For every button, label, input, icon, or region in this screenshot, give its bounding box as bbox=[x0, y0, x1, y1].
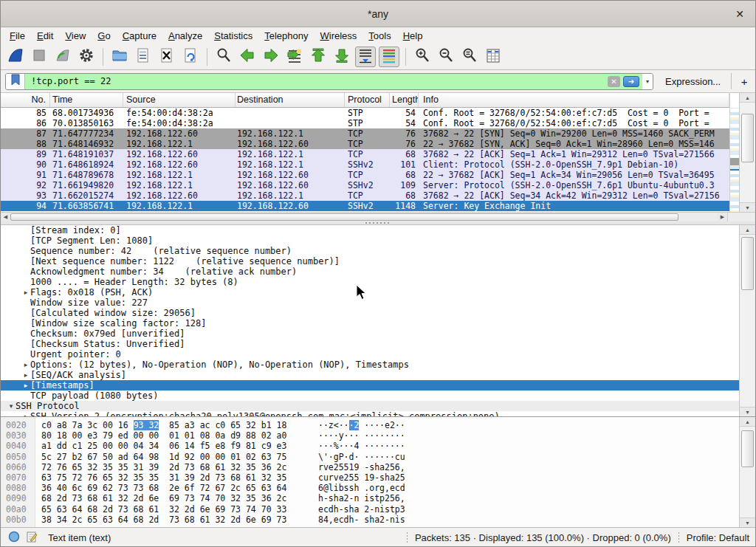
packet-row[interactable]: 8568.001734936fe:54:00:d4:38:2aSTP54Conf… bbox=[1, 108, 729, 118]
detail-row[interactable]: ▸Flags: 0x018 (PSH, ACK) bbox=[1, 287, 739, 297]
detail-row[interactable]: ▸[Timestamps] bbox=[1, 380, 739, 391]
go-forward-button[interactable] bbox=[261, 47, 281, 67]
filter-text[interactable]: !tcp.port == 22 bbox=[31, 76, 605, 86]
hex-row[interactable]: 008036 40 6c 69 62 73 73 68 2e 6f 72 67 … bbox=[1, 483, 739, 493]
detail-row[interactable]: [Window size scaling factor: 128] bbox=[1, 318, 739, 328]
column-header-source[interactable]: Source bbox=[123, 93, 236, 107]
packet-row[interactable]: 8871.648146932192.168.122.1192.168.122.6… bbox=[1, 139, 729, 149]
hscroll-thumb[interactable] bbox=[10, 213, 678, 221]
filter-clear-button[interactable]: ✕ bbox=[608, 76, 620, 87]
close-window-button[interactable]: ✕ bbox=[733, 7, 746, 21]
expression-button[interactable]: Expression... bbox=[665, 76, 721, 87]
detail-row[interactable]: 1000 .... = Header Length: 32 bytes (8) bbox=[1, 277, 739, 287]
hex-ascii[interactable]: ··z<···2 ····e2·· bbox=[318, 420, 405, 430]
go-to-packet-button[interactable] bbox=[284, 47, 305, 67]
column-header-info[interactable]: Info bbox=[419, 93, 729, 107]
scroll-down-arrow[interactable]: ▼ bbox=[740, 517, 755, 527]
hex-ascii[interactable]: 84,ecdh- sha2-nis bbox=[318, 515, 405, 525]
restart-capture-button[interactable] bbox=[52, 47, 73, 67]
close-file-button[interactable] bbox=[157, 47, 177, 67]
hex-row[interactable]: 0020c0 a8 7a 3c 00 16 93 32 85 a3 ac c0 … bbox=[1, 420, 739, 430]
add-filter-button[interactable]: + bbox=[738, 75, 751, 88]
open-file-button[interactable] bbox=[109, 47, 130, 67]
column-header-length[interactable]: Length bbox=[390, 93, 419, 107]
packet-row[interactable]: 8670.013850163fe:54:00:d4:38:2aSTP54Conf… bbox=[1, 118, 729, 128]
hex-row[interactable]: 009068 2d 73 68 61 32 2d 6e 69 73 74 70 … bbox=[1, 493, 739, 503]
hex-ascii[interactable]: rve25519 -sha256, bbox=[318, 462, 405, 472]
scroll-up-arrow[interactable]: ▲ bbox=[740, 417, 755, 427]
detail-row[interactable]: [TCP Segment Len: 1080] bbox=[1, 235, 739, 246]
hex-bytes[interactable]: 80 18 00 e3 79 ed 00 00 01 01 08 0a d9 8… bbox=[41, 430, 286, 441]
hex-ascii[interactable]: ···%···4 ········ bbox=[318, 441, 405, 451]
hex-row[interactable]: 007063 75 72 76 65 32 35 35 31 39 2d 73 … bbox=[1, 472, 739, 483]
filter-dropdown-chevron[interactable]: ▾ bbox=[642, 74, 653, 89]
expander-icon[interactable]: ▸ bbox=[21, 361, 30, 368]
filter-bookmark-button[interactable] bbox=[6, 74, 25, 89]
detail-row[interactable]: ▸Options: (12 bytes), No-Operation (NOP)… bbox=[1, 359, 739, 370]
scroll-thumb[interactable] bbox=[741, 430, 754, 467]
hex-bytes[interactable]: 72 76 65 32 35 35 31 39 2d 73 68 61 32 3… bbox=[41, 462, 286, 472]
packet-row[interactable]: 9371.662015274192.168.122.60192.168.122.… bbox=[1, 190, 729, 201]
go-back-button[interactable] bbox=[237, 47, 258, 67]
hex-ascii[interactable]: curve255 19-sha25 bbox=[318, 472, 405, 483]
menu-item-tools[interactable]: Tools bbox=[362, 29, 396, 43]
reload-file-button[interactable] bbox=[180, 47, 201, 67]
scroll-thumb[interactable] bbox=[741, 114, 754, 162]
scroll-down-arrow[interactable]: ▼ bbox=[740, 407, 755, 416]
packet-row[interactable]: 8971.648191037192.168.122.60192.168.122.… bbox=[1, 149, 729, 159]
hex-ascii[interactable]: ····y··· ········ bbox=[318, 430, 405, 441]
hex-ascii[interactable]: h-sha2-n istp256, bbox=[318, 493, 405, 503]
hex-ascii[interactable]: 6@libssh .org,ecd bbox=[318, 483, 405, 493]
packet-row[interactable]: 9071.648618924192.168.122.60192.168.122.… bbox=[1, 159, 729, 170]
scroll-down-arrow[interactable]: ▼ bbox=[740, 202, 755, 212]
expander-icon[interactable]: ▸ bbox=[21, 382, 30, 389]
hex-row[interactable]: 00a065 63 64 68 2d 73 68 61 32 2d 6e 69 … bbox=[1, 504, 739, 515]
hex-row[interactable]: 006072 76 65 32 35 35 31 39 2d 73 68 61 … bbox=[1, 462, 739, 472]
title-bar[interactable]: *any ✕ bbox=[1, 1, 755, 27]
details-vscrollbar[interactable]: ▲ ▼ bbox=[739, 225, 755, 416]
resize-columns-button[interactable] bbox=[483, 47, 504, 67]
colorize-button[interactable] bbox=[379, 47, 399, 67]
menu-item-telephony[interactable]: Telephony bbox=[258, 29, 314, 43]
filter-field[interactable]: !tcp.port == 22 ✕ ➜ bbox=[25, 74, 642, 89]
menu-item-help[interactable]: Help bbox=[397, 29, 429, 43]
hex-bytes[interactable]: c0 a8 7a 3c 00 16 93 32 85 a3 ac c0 65 3… bbox=[41, 420, 286, 430]
scroll-thumb[interactable] bbox=[741, 237, 754, 290]
detail-row[interactable]: ▾SSH Protocol bbox=[1, 401, 739, 411]
detail-row[interactable]: TCP payload (1080 bytes) bbox=[1, 391, 739, 401]
packet-list-vscrollbar[interactable]: ▲ ▼ bbox=[739, 93, 755, 212]
start-capture-button[interactable] bbox=[5, 47, 26, 67]
expert-info-icon[interactable] bbox=[8, 531, 20, 545]
scroll-left-arrow[interactable]: ◀ bbox=[1, 213, 10, 221]
detail-row[interactable]: Sequence number: 42 (relative sequence n… bbox=[1, 246, 739, 256]
hex-bytes[interactable]: a1 dd c1 25 00 00 04 34 06 14 f5 e8 f9 8… bbox=[41, 441, 286, 451]
zoom-out-button[interactable] bbox=[436, 47, 456, 67]
hex-row[interactable]: 0040a1 dd c1 25 00 00 04 34 06 14 f5 e8 … bbox=[1, 441, 739, 451]
menu-item-wireless[interactable]: Wireless bbox=[315, 29, 363, 43]
scroll-right-arrow[interactable]: ▶ bbox=[718, 213, 727, 221]
menu-item-statistics[interactable]: Statistics bbox=[208, 29, 258, 43]
packet-list-minimap[interactable] bbox=[729, 93, 739, 212]
status-profile[interactable]: Profile: Default bbox=[687, 532, 755, 543]
detail-row[interactable]: Acknowledgment number: 34 (relative ack … bbox=[1, 266, 739, 277]
hex-bytes[interactable]: 68 2d 73 68 61 32 2d 6e 69 73 74 70 32 3… bbox=[41, 493, 286, 503]
filter-apply-button[interactable]: ➜ bbox=[623, 76, 639, 87]
menu-item-view[interactable]: View bbox=[59, 29, 92, 43]
scroll-up-arrow[interactable]: ▲ bbox=[740, 93, 755, 103]
menu-item-go[interactable]: Go bbox=[92, 29, 116, 43]
packet-row[interactable]: 9171.648789678192.168.122.1192.168.122.6… bbox=[1, 170, 729, 180]
expander-icon[interactable]: ▸ bbox=[21, 371, 30, 379]
hex-bytes[interactable]: 5c 27 b2 67 50 ad 64 98 1d 92 00 00 01 0… bbox=[41, 452, 286, 462]
hex-ascii[interactable]: ecdh-sha 2-nistp3 bbox=[318, 504, 405, 515]
column-header-destination[interactable]: Destination bbox=[236, 93, 345, 107]
display-filter-input[interactable]: !tcp.port == 22 ✕ ➜ ▾ bbox=[5, 73, 653, 90]
column-header-protocol[interactable]: Protocol bbox=[345, 93, 390, 107]
hex-row[interactable]: 00505c 27 b2 67 50 ad 64 98 1d 92 00 00 … bbox=[1, 452, 739, 462]
capture-comment-icon[interactable] bbox=[26, 531, 38, 545]
packet-row[interactable]: 9471.663856741192.168.122.1192.168.122.6… bbox=[1, 201, 729, 211]
packet-row[interactable]: 8771.647777234192.168.122.60192.168.122.… bbox=[1, 128, 729, 139]
detail-row[interactable]: Checksum: 0x79ed [unverified] bbox=[1, 328, 739, 339]
detail-row[interactable]: [Calculated window size: 29056] bbox=[1, 308, 739, 318]
menu-item-edit[interactable]: Edit bbox=[31, 29, 59, 43]
hex-bytes[interactable]: 38 34 2c 65 63 64 68 2d 73 68 61 32 2d 6… bbox=[41, 515, 286, 525]
